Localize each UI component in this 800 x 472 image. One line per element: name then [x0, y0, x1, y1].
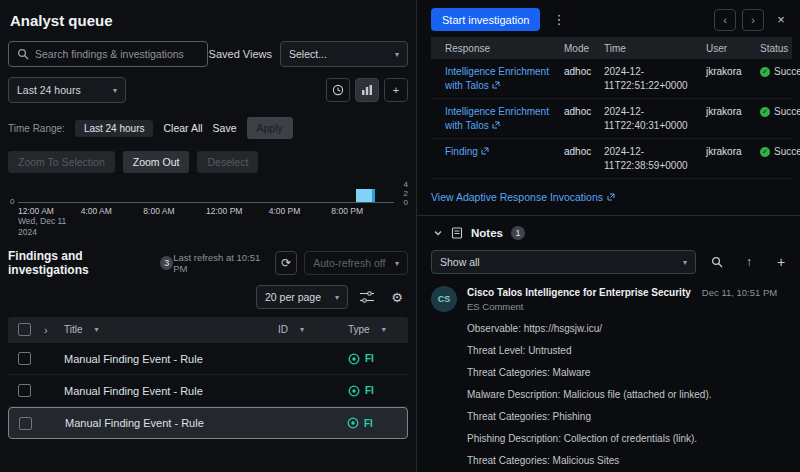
next-button[interactable]: ›: [742, 9, 764, 31]
timeline-origin-label: 0: [10, 197, 14, 206]
search-input[interactable]: [35, 48, 199, 60]
response-link[interactable]: Intelligence Enrichment with Talos: [445, 65, 560, 92]
success-check-icon: ✓: [760, 67, 770, 77]
filter-sliders-icon: [360, 291, 374, 303]
page-title: Analyst queue: [10, 12, 406, 29]
time-picker-select[interactable]: Last 24 hours ▾: [8, 77, 126, 103]
column-id[interactable]: ID ▾: [278, 324, 348, 335]
timeline-plot[interactable]: [18, 183, 394, 203]
search-row: Saved Views Select... ▾: [8, 41, 408, 67]
select-all-checkbox[interactable]: [18, 323, 31, 336]
note-timestamp: Dec 11, 10:51 PM: [702, 287, 777, 298]
finding-type-icon: [348, 353, 360, 365]
kebab-menu-icon[interactable]: ⋮: [552, 12, 565, 27]
user-cell: jkrakora: [706, 65, 756, 79]
time-range-chip[interactable]: Last 24 hours: [75, 120, 154, 137]
plus-icon: +: [393, 84, 399, 96]
note-line: Threat Level: Untrusted: [467, 344, 792, 357]
expand-all-chevron-icon[interactable]: ›: [44, 324, 64, 336]
caret-down-icon: ▾: [683, 258, 687, 267]
chart-view-button[interactable]: [355, 78, 379, 102]
status-cell: ✓ Success: [760, 105, 800, 119]
zoom-to-selection-button[interactable]: Zoom To Selection: [8, 151, 115, 173]
type-cell: FI: [348, 385, 406, 397]
chevron-right-icon: ›: [751, 14, 755, 26]
search-icon: [17, 48, 29, 60]
note-header-line: Cisco Talos Intelligence for Enterprise …: [467, 286, 792, 298]
external-link-icon: [492, 80, 500, 91]
add-note-button[interactable]: +: [770, 251, 792, 273]
pagination-row: 20 per page ▾ ⚙: [8, 285, 408, 309]
table-row[interactable]: Manual Finding Event - Rule FI: [8, 375, 408, 407]
sort-caret-icon: ▾: [300, 325, 304, 334]
table-row[interactable]: Manual Finding Event - Rule FI: [8, 343, 408, 375]
row-checkbox[interactable]: [19, 417, 32, 430]
note-body: Cisco Talos Intelligence for Enterprise …: [467, 286, 792, 472]
notes-search-button[interactable]: [706, 251, 728, 273]
y-tick: 2: [404, 189, 408, 198]
timeline-y-axis: 4 2 0: [404, 180, 408, 206]
saved-views-select[interactable]: Select... ▾: [280, 41, 408, 67]
findings-title-group: Findings and investigations 3: [8, 249, 173, 277]
x-tick: 8:00 PM: [331, 206, 394, 216]
per-page-value: 20 per page: [265, 291, 321, 303]
filter-button[interactable]: [356, 286, 378, 308]
refresh-button[interactable]: ⟳: [275, 251, 297, 275]
status-cell: ✓ Success: [760, 65, 800, 79]
timeline-date-label: Wed, Dec 11 2024: [18, 216, 394, 237]
prev-button[interactable]: ‹: [714, 9, 736, 31]
view-toggle-group: +: [326, 78, 408, 102]
external-link-icon: [607, 193, 615, 201]
clock-view-button[interactable]: [326, 78, 350, 102]
note-line: Malware Description: Malicious file (att…: [467, 388, 792, 401]
timeline-x-axis: 12:00 AM 4:00 AM 8:00 AM 12:00 PM 4:00 P…: [18, 206, 394, 216]
notes-sort-button[interactable]: ↑: [738, 251, 760, 273]
finding-type-icon: [348, 385, 360, 397]
start-investigation-button[interactable]: Start investigation: [431, 8, 540, 31]
settings-button[interactable]: ⚙: [386, 286, 408, 308]
time-range-row: Time Range: Last 24 hours Clear All Save…: [8, 117, 408, 139]
mode-cell: adhoc: [564, 145, 600, 159]
time-picker-value: Last 24 hours: [17, 84, 81, 96]
sort-caret-icon: ▾: [95, 325, 99, 334]
column-type[interactable]: Type ▾: [348, 324, 406, 335]
col-response: Response: [445, 43, 560, 54]
col-status: Status: [760, 43, 792, 54]
close-panel-button[interactable]: ×: [770, 9, 792, 31]
section-divider: [417, 215, 800, 216]
view-invocations-link[interactable]: View Adaptive Response Invocations: [431, 191, 615, 203]
note-line: Threat Categories: Phishing: [467, 410, 792, 423]
finding-title[interactable]: Manual Finding Event - Rule: [64, 385, 278, 397]
finding-title[interactable]: Manual Finding Event - Rule: [65, 417, 277, 429]
refresh-icon: ⟳: [281, 256, 291, 270]
success-check-icon: ✓: [760, 147, 770, 157]
per-page-select[interactable]: 20 per page ▾: [256, 285, 348, 309]
zoom-out-button[interactable]: Zoom Out: [123, 151, 190, 173]
notes-filter-select[interactable]: Show all ▾: [431, 250, 696, 274]
apply-button[interactable]: Apply: [247, 117, 293, 139]
add-view-button[interactable]: +: [384, 78, 408, 102]
notes-section-header[interactable]: Notes 1: [433, 226, 792, 240]
response-link[interactable]: Finding: [445, 145, 560, 159]
column-title[interactable]: Title ▾: [64, 324, 278, 335]
save-button[interactable]: Save: [213, 122, 237, 134]
auto-refresh-select[interactable]: Auto-refresh off ▾: [304, 251, 408, 275]
row-checkbox[interactable]: [18, 352, 31, 365]
timeline-selection[interactable]: [356, 189, 375, 202]
response-link[interactable]: Intelligence Enrichment with Talos: [445, 105, 560, 132]
user-cell: jkrakora: [706, 145, 756, 159]
notes-filter-value: Show all: [440, 256, 480, 268]
table-row-selected[interactable]: Manual Finding Event - Rule FI: [8, 407, 408, 439]
finding-title[interactable]: Manual Finding Event - Rule: [64, 353, 278, 365]
notes-filter-row: Show all ▾ ↑ +: [431, 250, 792, 274]
saved-views-value: Select...: [289, 48, 327, 60]
gear-icon: ⚙: [391, 290, 403, 305]
deselect-button[interactable]: Deselect: [197, 151, 258, 173]
caret-down-icon: ▾: [395, 259, 399, 268]
findings-count-badge: 3: [160, 256, 173, 270]
row-checkbox[interactable]: [18, 384, 31, 397]
search-box[interactable]: [8, 41, 208, 67]
col-mode: Mode: [564, 43, 600, 54]
findings-table: › Title ▾ ID ▾ Type ▾ Manual Finding Eve…: [8, 317, 408, 439]
clear-all-button[interactable]: Clear All: [163, 122, 202, 134]
